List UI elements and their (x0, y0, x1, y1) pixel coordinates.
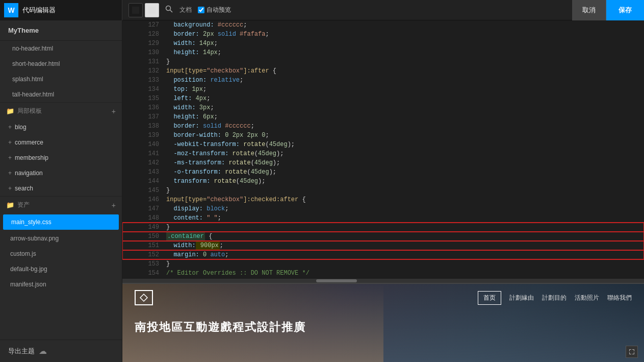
code-line-130: 130 height: 14px; (122, 48, 644, 57)
square-light-icon (148, 7, 156, 14)
svg-line-3 (170, 10, 173, 12)
export-label: 导出主题 (8, 347, 35, 356)
preview-main-title: 南投地區互動遊戲程式設計推廣 (122, 311, 644, 343)
assets-section[interactable]: 📁 资产 + (0, 196, 122, 213)
sidebar-item-membership[interactable]: + membership (0, 150, 122, 165)
search-label: search (15, 185, 33, 192)
top-bar: W 代码编辑器 文档 自动预览 取消 保存 (0, 0, 644, 20)
sidebar-file-main-style[interactable]: main_style.css (3, 214, 119, 230)
code-line-135: 135 left: 4px; (122, 94, 644, 103)
sidebar-file-no-header[interactable]: no-header.html (0, 41, 122, 56)
color-light-btn[interactable] (145, 3, 159, 17)
membership-label: membership (15, 154, 48, 161)
code-line-144: 144 transform: rotate(45deg); (122, 177, 644, 186)
plus-navigation-icon: + (8, 170, 12, 177)
plus-membership-icon: + (8, 154, 12, 161)
sidebar-file-default-bg[interactable]: default-bg.jpg (0, 261, 122, 277)
theme-title: MyTheme (0, 20, 122, 41)
editor-area: 127 background: #cccccc; 128 border: 2px… (122, 20, 644, 362)
code-line-128: 128 border: 2px solid #fafafa; (122, 30, 644, 39)
preview-nav-photos[interactable]: 活動照片 (575, 294, 599, 302)
code-line-153: 153 } (122, 259, 644, 269)
code-line-139: 139 border-width: 0 2px 2px 0; (122, 131, 644, 140)
top-bar-tools: 文档 自动预览 (122, 3, 572, 17)
code-line-151: 151 width: 900px; (122, 241, 644, 250)
sidebar: MyTheme no-header.html short-header.html… (0, 20, 122, 362)
preview-content: 首页 計劃緣由 計劃目的 活動照片 聯絡我們 南投地區互動遊戲程式設計推廣 (122, 284, 644, 362)
blog-label: blog (15, 124, 27, 131)
code-line-145: 145 } (122, 186, 644, 195)
plus-commerce-icon: + (8, 139, 12, 146)
preview-nav: 首页 計劃緣由 計劃目的 活動照片 聯絡我們 (122, 284, 644, 311)
sidebar-file-tall-header[interactable]: tall-header.html (0, 87, 122, 102)
preview-nav-contact[interactable]: 聯絡我們 (607, 294, 632, 302)
code-line-129: 129 width: 14px; (122, 39, 644, 48)
code-line-149: 149 } (122, 223, 644, 232)
svg-point-2 (166, 6, 171, 10)
assets-label: 资产 (17, 201, 30, 209)
sidebar-item-commerce[interactable]: + commerce (0, 135, 122, 150)
preview-nav-reason[interactable]: 計劃緣由 (509, 294, 534, 302)
assets-folder-icon: 📁 (6, 201, 14, 209)
code-line-150: 150 .container { (122, 232, 644, 241)
horizontal-scrollbar[interactable] (122, 279, 644, 283)
preview-window: 首页 計劃緣由 計劃目的 活動照片 聯絡我們 南投地區互動遊戲程式設計推廣 (122, 283, 644, 362)
app-logo: W (4, 3, 18, 17)
sidebar-file-splash[interactable]: splash.html (0, 71, 122, 87)
code-line-132: 132 input[type="checkbox"]:after { (122, 66, 644, 76)
scrollbar-thumb[interactable] (316, 279, 357, 282)
expand-preview-button[interactable] (626, 346, 638, 358)
cloud-icon: ☁ (39, 346, 47, 356)
partial-templates-section[interactable]: 📁 局部模板 + (0, 102, 122, 119)
code-line-154: 154 /* Editor Overrides :: DO NOT REMOVE… (122, 269, 644, 278)
partial-templates-label: 局部模板 (17, 107, 42, 115)
code-line-147: 147 display: block; (122, 204, 644, 213)
code-line-148: 148 content: " "; (122, 213, 644, 223)
code-line-131: 131 } (122, 57, 644, 66)
code-line-142: 142 -ms-transform: rotate(45deg); (122, 158, 644, 167)
commerce-label: commerce (15, 139, 43, 146)
code-line-138: 138 border: solid #cccccc; (122, 122, 644, 131)
top-bar-left: W 代码编辑器 (0, 0, 122, 20)
preview-logo-icon (139, 293, 148, 302)
code-line-141: 141 -moz-transform: rotate(45deg); (122, 149, 644, 158)
code-line-137: 137 height: 6px; (122, 112, 644, 122)
sidebar-file-custom-js[interactable]: custom.js (0, 246, 122, 261)
folder-icon: 📁 (6, 107, 14, 115)
code-line-134: 134 top: 1px; (122, 85, 644, 94)
main-layout: MyTheme no-header.html short-header.html… (0, 20, 644, 362)
auto-preview-toggle[interactable]: 自动预览 (198, 6, 231, 14)
code-line-143: 143 -o-transform: rotate(45deg); (122, 167, 644, 177)
code-line-127: 127 background: #cccccc; (122, 20, 644, 30)
square-dark-icon (132, 7, 139, 14)
doc-button[interactable]: 文档 (179, 6, 192, 14)
sidebar-item-navigation[interactable]: + navigation (0, 165, 122, 181)
color-dark-btn[interactable] (128, 3, 143, 17)
sidebar-item-search[interactable]: + search (0, 181, 122, 196)
preview-nav-links: 首页 計劃緣由 計劃目的 活動照片 聯絡我們 (478, 291, 632, 305)
cancel-button[interactable]: 取消 (572, 0, 606, 20)
plus-blog-icon: + (8, 124, 12, 131)
add-partial-icon[interactable]: + (112, 107, 116, 115)
code-line-133: 133 position: relative; (122, 76, 644, 85)
expand-icon (629, 349, 635, 355)
top-bar-actions: 取消 保存 (572, 0, 644, 20)
code-line-146: 146 input[type="checkbox"]:checked:after… (122, 195, 644, 204)
search-icon[interactable] (165, 5, 173, 15)
sidebar-file-short-header[interactable]: short-header.html (0, 56, 122, 71)
app-title: 代码编辑器 (22, 6, 56, 15)
sidebar-file-manifest[interactable]: manifest.json (0, 277, 122, 292)
svg-rect-1 (148, 7, 156, 14)
sidebar-file-arrow-subnav[interactable]: arrow-subnav.png (0, 231, 122, 246)
add-asset-icon[interactable]: + (112, 201, 116, 209)
code-editor[interactable]: 127 background: #cccccc; 128 border: 2px… (122, 20, 644, 279)
svg-rect-0 (132, 7, 139, 14)
code-lines: 127 background: #cccccc; 128 border: 2px… (122, 20, 644, 279)
auto-preview-label: 自动预览 (207, 6, 231, 14)
sidebar-item-blog[interactable]: + blog (0, 119, 122, 135)
export-theme-button[interactable]: 导出主题 ☁ (0, 340, 122, 362)
save-button[interactable]: 保存 (606, 0, 644, 20)
plus-search-icon: + (8, 185, 12, 192)
preview-nav-purpose[interactable]: 計劃目的 (542, 294, 566, 302)
preview-nav-home[interactable]: 首页 (478, 291, 501, 305)
